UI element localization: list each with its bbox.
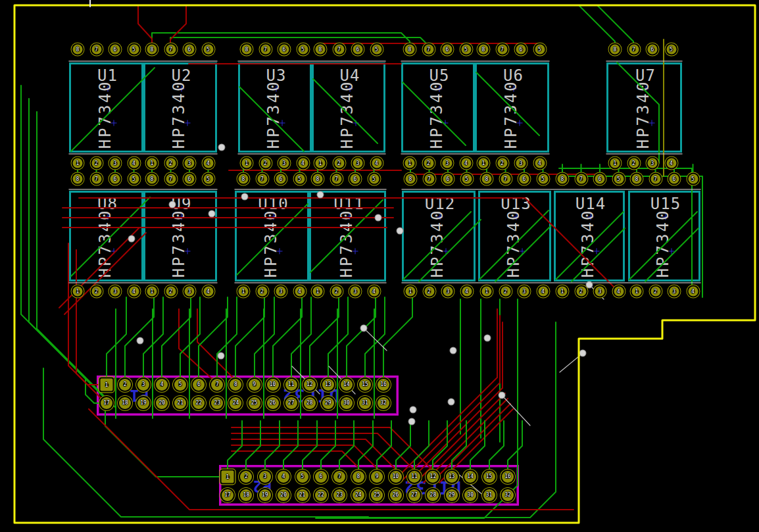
pad[interactable]: 4 xyxy=(462,287,472,297)
pad[interactable]: 1 xyxy=(222,471,234,483)
pad[interactable]: 8 xyxy=(353,471,364,483)
pad[interactable]: 5 xyxy=(462,174,472,184)
pad[interactable]: 4 xyxy=(278,471,289,483)
pad[interactable]: 5 xyxy=(297,471,308,483)
pad[interactable]: 21 xyxy=(174,397,186,409)
pad[interactable]: 29 xyxy=(446,489,458,501)
pad[interactable]: 11 xyxy=(285,379,297,391)
pad[interactable]: 3 xyxy=(280,158,289,168)
pad[interactable]: 3 xyxy=(520,287,529,297)
pad[interactable]: 5 xyxy=(666,45,676,55)
pad[interactable]: 4 xyxy=(538,287,548,297)
pad[interactable]: 7 xyxy=(166,174,176,184)
pad[interactable]: 8 xyxy=(147,174,157,184)
pad[interactable]: 1 xyxy=(479,158,489,168)
pcb-canvas[interactable]: U1HP7340U2HP7340U3HP7340U4HP7340U5HP7340… xyxy=(0,0,759,532)
pad[interactable]: 6 xyxy=(520,174,529,184)
pad[interactable]: 1 xyxy=(632,287,642,297)
pad[interactable]: 32 xyxy=(378,397,389,409)
via[interactable] xyxy=(485,335,491,341)
pad[interactable]: 4 xyxy=(203,158,213,168)
pad[interactable]: 4 xyxy=(369,287,379,297)
pad[interactable]: 2 xyxy=(91,158,101,168)
pad[interactable]: 18 xyxy=(240,489,252,501)
via[interactable] xyxy=(361,326,367,331)
via[interactable] xyxy=(499,393,505,399)
pad[interactable]: 15 xyxy=(359,379,371,391)
pad[interactable]: 9 xyxy=(249,379,260,391)
pad[interactable]: 7 xyxy=(497,45,507,55)
pad[interactable]: 21 xyxy=(297,489,308,501)
pad[interactable]: 2 xyxy=(166,158,176,168)
pad[interactable]: 31 xyxy=(359,397,371,409)
pad[interactable]: 2 xyxy=(424,287,434,297)
pad[interactable]: 1 xyxy=(316,158,326,168)
pad[interactable]: 5 xyxy=(535,45,545,55)
pad[interactable]: 6 xyxy=(276,174,286,184)
pad[interactable]: 24 xyxy=(230,397,241,409)
pad[interactable]: 22 xyxy=(315,489,327,501)
pad[interactable]: 1 xyxy=(610,158,620,168)
via[interactable] xyxy=(410,407,416,413)
via[interactable] xyxy=(219,145,225,151)
pad[interactable]: 20 xyxy=(278,489,289,501)
pad[interactable]: 17 xyxy=(101,397,112,409)
pad[interactable]: 25 xyxy=(249,397,260,409)
pad[interactable]: 28 xyxy=(304,397,316,409)
pad[interactable]: 5 xyxy=(129,45,139,55)
pad[interactable]: 6 xyxy=(516,45,526,55)
pad[interactable]: 10 xyxy=(267,379,279,391)
pad[interactable]: 2 xyxy=(576,287,586,297)
pad[interactable]: 7 xyxy=(629,45,639,55)
via[interactable] xyxy=(137,338,143,344)
pad[interactable]: 25 xyxy=(371,489,383,501)
pad[interactable]: 1 xyxy=(73,287,83,297)
pad[interactable]: 6 xyxy=(185,45,195,55)
pad[interactable]: 6 xyxy=(193,379,205,391)
pad[interactable]: 3 xyxy=(276,287,286,297)
pad[interactable]: 3 xyxy=(595,287,605,297)
pad[interactable]: 1 xyxy=(147,287,157,297)
pad[interactable]: 7 xyxy=(257,174,267,184)
pad[interactable]: 2 xyxy=(497,158,507,168)
pad[interactable]: 4 xyxy=(688,287,698,297)
via[interactable] xyxy=(170,202,176,208)
pad[interactable]: 29 xyxy=(322,397,334,409)
pad[interactable]: 5 xyxy=(129,174,139,184)
pad[interactable]: 5 xyxy=(538,174,548,184)
pad[interactable]: 20 xyxy=(156,397,168,409)
pad[interactable]: 19 xyxy=(259,489,271,501)
pad[interactable]: 5 xyxy=(369,174,379,184)
pad[interactable]: 8 xyxy=(632,174,642,184)
pad[interactable]: 2 xyxy=(424,158,433,168)
pad[interactable]: 3 xyxy=(353,158,363,168)
pad[interactable]: 6 xyxy=(110,174,120,184)
pad[interactable]: 18 xyxy=(119,397,131,409)
pad[interactable]: 6 xyxy=(648,45,658,55)
pad[interactable]: 2 xyxy=(650,287,660,297)
pad[interactable]: 2 xyxy=(240,471,252,483)
pad[interactable]: 6 xyxy=(670,174,679,184)
pad[interactable]: 7 xyxy=(334,45,344,55)
pad[interactable]: 2 xyxy=(334,158,344,168)
pad[interactable]: 12 xyxy=(427,471,439,483)
pad[interactable]: 2 xyxy=(629,158,639,168)
pad[interactable]: 8 xyxy=(558,174,568,184)
via[interactable] xyxy=(242,194,248,200)
pad[interactable]: 8 xyxy=(73,174,83,184)
pad[interactable]: 27 xyxy=(285,397,297,409)
via[interactable] xyxy=(129,236,135,242)
pad[interactable]: 8 xyxy=(482,174,492,184)
pad[interactable]: 3 xyxy=(351,287,360,297)
pad[interactable]: 1 xyxy=(242,158,252,168)
pad[interactable]: 3 xyxy=(110,158,120,168)
pad[interactable]: 1 xyxy=(239,287,249,297)
pad[interactable]: 4 xyxy=(129,158,139,168)
pad[interactable]: 8 xyxy=(230,379,241,391)
pad[interactable]: 8 xyxy=(147,45,157,55)
pad[interactable]: 1 xyxy=(313,287,323,297)
pad[interactable]: 4 xyxy=(666,158,676,168)
pad[interactable]: 5 xyxy=(295,174,305,184)
pad[interactable]: 8 xyxy=(406,174,416,184)
pad[interactable]: 4 xyxy=(372,158,381,168)
